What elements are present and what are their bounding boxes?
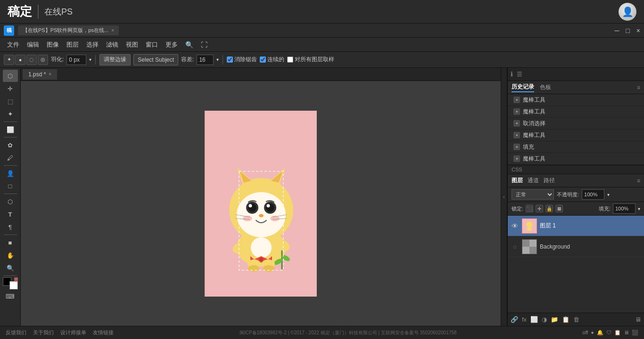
layer-screen-icon[interactable]: 🖥 bbox=[635, 316, 641, 323]
menu-item-file[interactable]: 文件 bbox=[4, 39, 23, 50]
all-layers-checkbox-group[interactable]: 对所有图层取样 bbox=[287, 56, 334, 64]
color-panel-title[interactable]: 色板 bbox=[540, 83, 551, 91]
history-panel-title[interactable]: 历史记录 bbox=[512, 83, 534, 92]
avatar[interactable]: 👤 bbox=[619, 3, 636, 21]
search-icon[interactable]: 🔍 bbox=[182, 40, 197, 50]
history-item-5[interactable]: ✦ 填充 bbox=[508, 141, 644, 153]
menu-item-filter[interactable]: 滤镜 bbox=[103, 39, 122, 50]
opacity-dropdown-icon[interactable]: ▾ bbox=[607, 192, 610, 197]
fill-dropdown-icon[interactable]: ▾ bbox=[638, 206, 640, 211]
history-item-1[interactable]: ✦ 魔棒工具 bbox=[508, 94, 644, 106]
tool-paint-bucket[interactable]: ⬡ bbox=[3, 195, 18, 208]
footer-link-designer[interactable]: 设计师接单 bbox=[60, 329, 86, 336]
menu-item-edit[interactable]: 编辑 bbox=[24, 39, 42, 50]
wand-tool-4[interactable]: ◎ bbox=[38, 55, 48, 65]
feather-input[interactable] bbox=[66, 55, 86, 65]
all-layers-checkbox[interactable] bbox=[287, 56, 293, 63]
layer-add-icon[interactable]: 📋 bbox=[562, 316, 570, 323]
menu-item-view[interactable]: 视图 bbox=[123, 39, 141, 50]
anti-alias-checkbox[interactable] bbox=[227, 56, 233, 63]
contiguous-checkbox[interactable] bbox=[260, 56, 266, 63]
footer-link-about[interactable]: 关于我们 bbox=[33, 329, 54, 336]
footer-icon-off[interactable]: off bbox=[582, 330, 588, 336]
lock-icon-4[interactable]: ▦ bbox=[555, 205, 563, 212]
history-item-3[interactable]: ✦ 取消选择 bbox=[508, 118, 644, 129]
tool-text[interactable]: T bbox=[3, 208, 18, 220]
fullscreen-icon[interactable]: ⛶ bbox=[198, 40, 211, 50]
layer-visibility-icon-bg[interactable]: ○ bbox=[511, 242, 519, 251]
feather-dropdown-icon[interactable]: ▾ bbox=[89, 57, 91, 62]
path-panel-title[interactable]: 路径 bbox=[544, 177, 555, 185]
tab-close-icon[interactable]: × bbox=[111, 28, 114, 33]
footer-icon-bell[interactable]: 🔔 bbox=[597, 330, 603, 336]
tool-hand[interactable]: ✋ bbox=[3, 249, 18, 261]
footer-icon-shield[interactable]: 🛡 bbox=[606, 330, 611, 336]
channel-panel-title[interactable]: 通道 bbox=[528, 177, 539, 185]
lock-icon-2[interactable]: ✛ bbox=[536, 205, 543, 212]
tool-zoom[interactable]: 🔍 bbox=[3, 262, 18, 274]
footer-icon-clipboard[interactable]: 📋 bbox=[614, 330, 621, 336]
adjust-edge-button[interactable]: 调整边缘 bbox=[99, 54, 131, 65]
history-item-2[interactable]: ✦ 魔棒工具 bbox=[508, 106, 644, 118]
layer-effects-icon[interactable]: fx bbox=[522, 316, 527, 323]
layer-visibility-icon-1[interactable]: 👁 bbox=[511, 222, 519, 230]
lock-icon-3[interactable]: 🔒 bbox=[545, 205, 553, 212]
menu-item-window[interactable]: 窗口 bbox=[142, 39, 161, 50]
footer-icon-box[interactable]: ⬛ bbox=[632, 330, 638, 336]
align-icon[interactable]: ☰ bbox=[517, 71, 522, 78]
layer-panel-title[interactable]: 图层 bbox=[512, 177, 523, 185]
footer-link-feedback[interactable]: 反馈我们 bbox=[6, 329, 26, 336]
history-item-6[interactable]: ✦ 魔棒工具 bbox=[508, 153, 644, 165]
tool-paragraph[interactable]: ¶ bbox=[3, 221, 18, 233]
layer-panel-menu-icon[interactable]: ≡ bbox=[637, 178, 640, 184]
tool-move[interactable]: ✛ bbox=[3, 82, 18, 95]
contiguous-checkbox-group[interactable]: 连续的 bbox=[260, 56, 284, 64]
wand-tool-2[interactable]: ● bbox=[15, 55, 25, 65]
tool-keyboard[interactable]: ⌨ bbox=[3, 290, 18, 302]
footer-icon-dot[interactable]: ● bbox=[591, 330, 594, 336]
footer-link-friends[interactable]: 友情链接 bbox=[93, 329, 114, 336]
select-subject-button[interactable]: Select Subject bbox=[133, 54, 178, 65]
canvas-image[interactable] bbox=[205, 111, 317, 297]
anti-alias-checkbox-group[interactable]: 消除锯齿 bbox=[227, 56, 257, 64]
history-item-4[interactable]: ✦ 魔棒工具 bbox=[508, 129, 644, 141]
wand-tool-3[interactable]: ◌ bbox=[26, 55, 37, 65]
color-swatches[interactable] bbox=[3, 277, 18, 290]
layer-item-1[interactable]: 👁 图层 1 bbox=[508, 216, 644, 236]
tool-shape[interactable]: ■ bbox=[3, 236, 18, 249]
menu-item-more[interactable]: 更多 bbox=[162, 39, 181, 50]
fill-input[interactable] bbox=[613, 203, 636, 214]
menu-item-image[interactable]: 图像 bbox=[43, 39, 62, 50]
canvas-tab-close-icon[interactable]: × bbox=[49, 72, 51, 77]
tool-brush[interactable]: 🖊 bbox=[3, 152, 18, 164]
layer-mask-icon[interactable]: ⬜ bbox=[530, 316, 538, 323]
browser-tab[interactable]: 【在线PS】PS软件网页版，ps在线... × bbox=[18, 25, 119, 35]
history-panel-menu-icon[interactable]: ≡ bbox=[637, 84, 640, 91]
menu-item-layer[interactable]: 图层 bbox=[63, 39, 82, 50]
close-icon[interactable]: × bbox=[636, 27, 640, 34]
lock-icon-1[interactable]: ⬛ bbox=[526, 205, 533, 212]
layer-item-bg[interactable]: ○ Background bbox=[508, 236, 644, 257]
tolerance-dropdown-icon[interactable]: ▾ bbox=[216, 57, 219, 62]
tool-stamp[interactable]: 👤 bbox=[3, 167, 18, 179]
wand-tool-1[interactable]: ✦ bbox=[4, 55, 14, 65]
tool-lasso[interactable]: ⬚ bbox=[3, 95, 18, 107]
minimize-icon[interactable]: ─ bbox=[614, 27, 619, 34]
menu-item-select[interactable]: 选择 bbox=[83, 39, 102, 50]
tool-marquee[interactable]: ⬡ bbox=[3, 70, 18, 82]
layer-link-icon[interactable]: 🔗 bbox=[511, 316, 518, 323]
tool-crop[interactable]: ⬜ bbox=[3, 123, 18, 136]
tool-wand[interactable]: ✦ bbox=[3, 108, 18, 120]
tool-eraser[interactable]: □ bbox=[3, 180, 18, 192]
layer-adjust-icon[interactable]: ◑ bbox=[542, 316, 547, 323]
opacity-input[interactable] bbox=[582, 189, 604, 200]
canvas-tab-1[interactable]: 1.psd * × bbox=[23, 69, 57, 80]
blend-mode-select[interactable]: 正常 bbox=[512, 189, 554, 200]
footer-icon-monitor[interactable]: 🖥 bbox=[624, 330, 629, 336]
info-icon[interactable]: ℹ bbox=[511, 71, 513, 78]
tool-heal[interactable]: ✿ bbox=[3, 139, 18, 151]
tolerance-input[interactable] bbox=[197, 55, 214, 65]
layer-delete-icon[interactable]: 🗑 bbox=[573, 316, 579, 323]
layer-folder-icon[interactable]: 📁 bbox=[551, 316, 558, 323]
panel-collapse-handle[interactable]: ‹ bbox=[501, 68, 507, 326]
